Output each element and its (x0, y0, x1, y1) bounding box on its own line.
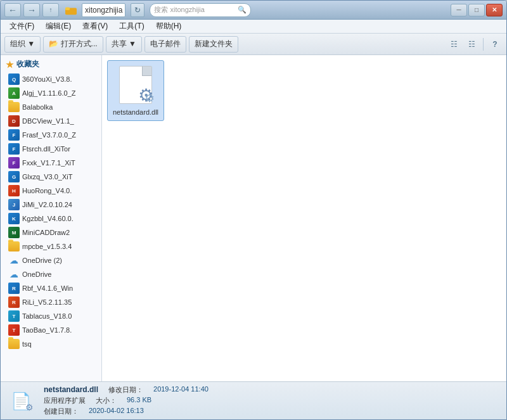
sidebar-item-label: JiMi_V2.0.10.24 (22, 201, 72, 208)
sidebar-item-rbf[interactable]: R Rbf_V4.1.6_Win (1, 281, 101, 295)
sidebar-item-360youxi[interactable]: Q 360YouXi_V3.8. (1, 72, 101, 86)
new-folder-button[interactable]: 新建文件夹 (189, 36, 238, 53)
menu-file[interactable]: 文件(F) (4, 20, 39, 33)
view-toggle-button[interactable]: ☷ (464, 37, 479, 51)
explorer-window: ← → ↑ xitongzhijia ↻ 搜索 xitongzhijia 🔍 ─… (0, 0, 507, 420)
search-bar[interactable]: 搜索 xitongzhijia 🔍 (150, 3, 251, 17)
sidebar-item-ftsrch[interactable]: F Ftsrch.dll_XiTor (1, 142, 101, 156)
menu-tools[interactable]: 工具(T) (114, 20, 149, 33)
maximize-button[interactable]: □ (468, 4, 485, 16)
sidebar-item-label: 360YouXi_V3.8. (22, 75, 72, 83)
sidebar-item-mpcbe[interactable]: mpcbe_v1.5.3.4 (1, 239, 101, 253)
sidebar-item-label: OneDrive (2) (22, 257, 62, 264)
status-file-icon: 📄 ⚙ (8, 388, 34, 414)
sidebar-item-label: TaoBao_V1.7.8. (22, 326, 72, 334)
sidebar-item-rili[interactable]: R RiLi_V5.2.11.35 (1, 295, 101, 309)
main-content: ★ 收藏夹 Q 360YouXi_V3.8. A Algj_V1.11.6.0_… (1, 55, 506, 381)
search-icon: 🔍 (238, 6, 247, 14)
app-icon: Q (8, 74, 20, 84)
sidebar-item-dbcview[interactable]: D DBCView_V1.1_ (1, 114, 101, 128)
refresh-button[interactable]: ↻ (131, 3, 144, 17)
app-icon: F (8, 130, 20, 140)
sidebar-item-label: tsq (22, 340, 32, 348)
folder-icon (65, 5, 77, 15)
organize-button[interactable]: 组织 ▼ (4, 36, 41, 53)
sidebar-item-onedrive2[interactable]: ☁ OneDrive (2) (1, 253, 101, 267)
search-placeholder: 搜索 xitongzhijia (154, 5, 204, 15)
svg-rect-1 (65, 7, 70, 10)
title-bar: ← → ↑ xitongzhijia ↻ 搜索 xitongzhijia 🔍 ─… (1, 1, 506, 20)
app-icon: H (8, 186, 20, 196)
sidebar-item-label: Frasf_V3.7.0.0_Z (22, 131, 76, 139)
sidebar-item-kgzbbl[interactable]: K Kgzbbl_V4.60.0. (1, 212, 101, 226)
file-icon-dll: ⚙ ⚙ (115, 65, 156, 105)
sidebar-item-label: RiLi_V5.2.11.35 (22, 298, 72, 306)
app-icon: A (8, 88, 20, 98)
view-options-button[interactable]: ☷ (446, 37, 461, 51)
app-icon: M (8, 227, 20, 238)
sidebar-item-huorong[interactable]: H HuoRong_V4.0. (1, 184, 101, 198)
app-icon: R (8, 283, 20, 293)
sidebar-item-taobao[interactable]: T TaoBao_V1.7.8. (1, 323, 101, 337)
status-bar: 📄 ⚙ netstandard.dll 修改日期： 2019-12-04 11:… (1, 381, 506, 419)
app-icon: F (8, 158, 20, 168)
sidebar-item-glxzq[interactable]: G Glxzq_V3.0_XiT (1, 170, 101, 184)
file-netstandard[interactable]: ⚙ ⚙ netstandard.dll (107, 60, 164, 121)
status-modified-label: 修改日期： (108, 385, 143, 395)
app-icon: T (8, 325, 20, 335)
sidebar-item-minicad[interactable]: M MiniCADDraw2 (1, 226, 101, 239)
minimize-button[interactable]: ─ (451, 4, 467, 16)
sidebar-item-tsq[interactable]: tsq (1, 337, 101, 351)
status-modified-value: 2019-12-04 11:40 (153, 385, 209, 395)
menu-bar: 文件(F) 编辑(E) 查看(V) 工具(T) 帮助(H) (1, 20, 506, 34)
address-bar[interactable]: xitongzhijia (82, 3, 125, 17)
share-button[interactable]: 共享 ▼ (106, 36, 142, 53)
favorites-label: 收藏夹 (16, 59, 39, 70)
sidebar-item-label: HuoRong_V4.0. (22, 187, 72, 194)
status-size-value: 96.3 KB (127, 396, 151, 405)
sidebar-item-frasf[interactable]: F Frasf_V3.7.0.0_Z (1, 128, 101, 142)
up-button[interactable]: ↑ (42, 3, 59, 17)
open-button[interactable]: 📂 打开方式... (43, 36, 103, 53)
sidebar-item-jimi[interactable]: J JiMi_V2.0.10.24 (1, 198, 101, 212)
forward-button[interactable]: → (23, 3, 40, 17)
menu-help[interactable]: 帮助(H) (151, 20, 187, 33)
file-grid: ⚙ ⚙ netstandard.dll (102, 55, 506, 381)
sidebar-item-label: Rbf_V4.1.6_Win (22, 284, 73, 292)
sidebar-item-label: MiniCADDraw2 (22, 229, 70, 236)
help-button[interactable]: ? (487, 37, 503, 51)
sidebar-item-onedrive[interactable]: ☁ OneDrive (1, 267, 101, 281)
sidebar: ★ 收藏夹 Q 360YouXi_V3.8. A Algj_V1.11.6.0_… (1, 55, 102, 381)
toolbar: 组织 ▼ 📂 打开方式... 共享 ▼ 电子邮件 新建文件夹 ☷ ☷ ? (1, 34, 506, 55)
folder-icon (8, 102, 20, 112)
app-icon: F (8, 144, 20, 154)
menu-edit[interactable]: 编辑(E) (41, 20, 76, 33)
status-row-1: netstandard.dll 修改日期： 2019-12-04 11:40 (44, 385, 209, 395)
close-button[interactable]: ✕ (486, 4, 503, 16)
sidebar-item-algj[interactable]: A Algj_V1.11.6.0_Z (1, 86, 101, 100)
favorites-header[interactable]: ★ 收藏夹 (1, 55, 101, 72)
app-icon: K (8, 213, 20, 224)
menu-view[interactable]: 查看(V) (77, 20, 113, 33)
status-row-2: 应用程序扩展 大小： 96.3 KB (44, 396, 209, 405)
sidebar-item-fxxk[interactable]: F Fxxk_V1.7.1_XiT (1, 156, 101, 170)
address-text: xitongzhijia (85, 6, 122, 15)
app-icon: G (8, 172, 20, 182)
email-button[interactable]: 电子邮件 (144, 36, 186, 53)
sidebar-item-tablacus[interactable]: T Tablacus_V18.0 (1, 309, 101, 323)
sidebar-item-label: Algj_V1.11.6.0_Z (22, 89, 75, 97)
star-icon: ★ (6, 60, 14, 70)
app-icon: R (8, 297, 20, 307)
back-button[interactable]: ← (4, 3, 21, 17)
window-controls: ─ □ ✕ (451, 4, 503, 16)
sidebar-item-label: Ftsrch.dll_XiTor (22, 145, 70, 153)
gear2-icon: ⚙ (144, 91, 155, 105)
status-created-label: 创建日期： (44, 407, 79, 416)
sidebar-item-label: Kgzbbl_V4.60.0. (22, 215, 74, 222)
sidebar-item-balabolka[interactable]: Balabolka (1, 100, 101, 114)
app-icon: T (8, 311, 20, 321)
status-created-value: 2020-04-02 16:13 (89, 407, 144, 416)
sidebar-item-label: OneDrive (22, 270, 51, 278)
sidebar-item-label: Tablacus_V18.0 (22, 312, 72, 320)
folder-icon (8, 339, 20, 349)
